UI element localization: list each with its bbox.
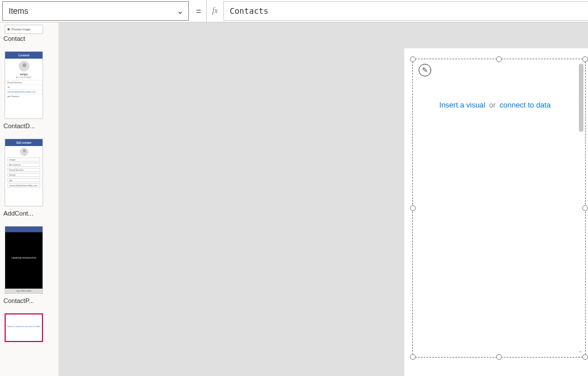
- screen-label: AddCont...: [2, 209, 42, 220]
- property-dropdown-label: Items: [9, 6, 28, 16]
- screens-panel[interactable]: Preview Image Contact Contacts sergio AC…: [0, 22, 59, 376]
- gallery-placeholder: Insert a visual or connect to data: [413, 101, 577, 109]
- screen-item[interactable]: Contacts sergio ACCOUNTANT Email Number …: [0, 48, 59, 135]
- inner-scrollbar-thumb[interactable]: [579, 64, 583, 132]
- chevron-down-icon: ⌄: [578, 348, 584, 354]
- resize-handle[interactable]: [410, 56, 416, 62]
- resize-handle[interactable]: [496, 56, 502, 62]
- resize-handle[interactable]: [582, 354, 588, 360]
- fx-icon[interactable]: fx: [206, 0, 223, 22]
- chevron-down-icon: ⌄: [177, 6, 184, 16]
- screen-label: ContactP...: [2, 296, 42, 308]
- screen-label: ContactD...: [2, 121, 42, 133]
- edit-icon[interactable]: ✎: [419, 64, 431, 76]
- screen-item[interactable]: CAMERA PERMISSION tap to allow camera Co…: [0, 222, 59, 310]
- property-dropdown[interactable]: Items ⌄: [2, 1, 189, 21]
- canvas-area[interactable]: ✎ Insert a visual or connect to data ⌄: [59, 22, 588, 376]
- screen-thumbnail: Insert a visual or connect to data: [5, 313, 43, 342]
- screen-thumbnail: CAMERA PERMISSION tap to allow camera: [5, 226, 43, 294]
- selection-box[interactable]: ✎ Insert a visual or connect to data ⌄: [412, 59, 586, 358]
- formula-input[interactable]: Contacts: [223, 1, 588, 21]
- screen-thumbnail: Edit contact sergio Accountant Email Num…: [5, 139, 43, 206]
- screen-label: Contact: [2, 34, 42, 45]
- connect-data-link[interactable]: connect to data: [500, 101, 551, 109]
- screen-item[interactable]: Preview Image Contact: [0, 22, 59, 48]
- resize-handle[interactable]: [410, 205, 416, 211]
- pencil-glyph: ✎: [422, 66, 428, 74]
- main-area: Preview Image Contact Contacts sergio AC…: [0, 22, 588, 376]
- resize-handle[interactable]: [496, 354, 502, 360]
- resize-handle[interactable]: [410, 354, 416, 360]
- inner-scrollbar-track[interactable]: [579, 62, 585, 355]
- formula-input-value: Contacts: [230, 6, 268, 16]
- screen-item-selected[interactable]: Insert a visual or connect to data: [0, 310, 59, 347]
- formula-bar: Items ⌄ = fx Contacts: [0, 0, 588, 22]
- placeholder-or: or: [489, 101, 496, 109]
- screen-thumbnail-partial: Preview Image: [5, 25, 43, 34]
- insert-visual-link[interactable]: Insert a visual: [439, 101, 485, 109]
- screen-thumbnail: Contacts sergio ACCOUNTANT Email Number …: [5, 51, 43, 119]
- screen-item[interactable]: Edit contact sergio Accountant Email Num…: [0, 135, 59, 222]
- equals-label: =: [191, 0, 206, 22]
